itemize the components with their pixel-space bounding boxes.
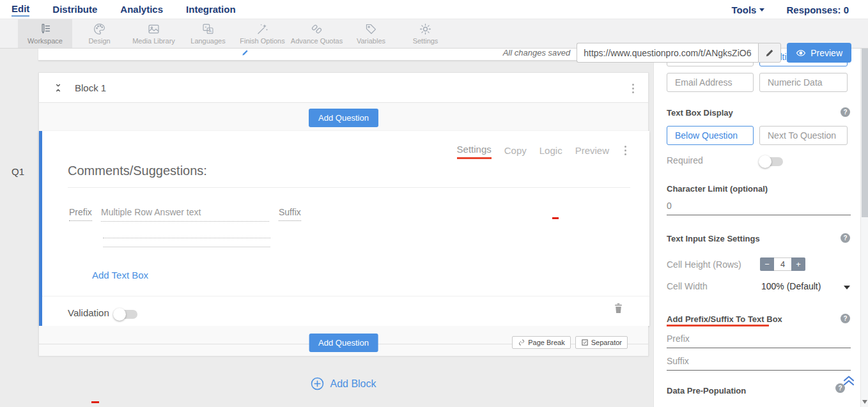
display-below-question[interactable]: Below Question	[667, 126, 754, 145]
title-divider	[68, 187, 630, 188]
cell-height-stepper: − 4 +	[760, 257, 805, 271]
question-number: Q1	[12, 166, 24, 177]
toolbar-item-label: Workspace	[27, 37, 63, 45]
plus-circle-icon	[311, 377, 324, 390]
edit-pencil-icon	[242, 49, 249, 56]
validation-toggle[interactable]	[114, 310, 137, 319]
character-limit-input[interactable]	[667, 199, 851, 215]
add-block-button[interactable]: Add Block	[311, 377, 376, 390]
prefix-input[interactable]	[667, 332, 851, 348]
links-icon	[310, 22, 323, 36]
stepper-plus-button[interactable]: +	[791, 257, 805, 271]
add-question-button-bottom[interactable]: Add Question	[309, 334, 378, 352]
add-question-button-top[interactable]: Add Question	[309, 109, 378, 127]
toolbar-item-label: Finish Options	[240, 37, 284, 45]
type-email-address[interactable]: Email Address	[667, 73, 754, 92]
toolbar-item-languages[interactable]: *A Languages	[181, 19, 235, 48]
collapse-block-icon[interactable]	[53, 82, 63, 93]
toolbar-item-label: Media Library	[132, 37, 175, 45]
add-question-strip: Add Question	[39, 103, 648, 131]
toolbar-item-label: Settings	[413, 37, 438, 45]
gear-icon	[419, 22, 432, 36]
block-menu-icon[interactable]	[632, 84, 634, 93]
eye-icon	[796, 49, 806, 57]
toolbar-item-advance-quotas[interactable]: Advance Quotas	[290, 19, 344, 48]
cell-height-label: Cell Height (Rows)	[667, 259, 741, 270]
toolbar-item-finish-options[interactable]: Finish Options	[235, 19, 290, 48]
page-break-button[interactable]: Page Break	[512, 336, 570, 349]
nav-tab-analytics[interactable]: Analytics	[120, 4, 163, 16]
add-block-row: Add Block	[38, 377, 649, 393]
nav-tab-edit[interactable]: Edit	[12, 3, 29, 17]
page-break-icon	[518, 339, 525, 346]
toolbar-item-variables[interactable]: Variables	[344, 19, 398, 48]
answer-row-line	[103, 247, 270, 247]
data-pre-population-heading: Data Pre-Population	[667, 386, 746, 395]
prefix-editable-label[interactable]: Prefix	[69, 207, 92, 221]
scroll-down-arrow[interactable]	[862, 400, 867, 404]
tab-copy[interactable]: Copy	[504, 145, 527, 158]
display-next-to-question[interactable]: Next To Question	[759, 126, 848, 145]
separator-label: Separator	[591, 339, 622, 346]
top-nav: Edit Distribute Analytics Integration To…	[0, 0, 868, 19]
character-limit-heading: Character Limit (optional)	[667, 184, 768, 194]
page-break-label: Page Break	[528, 339, 564, 346]
scrollbar-thumb[interactable]	[862, 26, 868, 217]
separator-button[interactable]: Separator	[575, 336, 628, 349]
tab-settings[interactable]: Settings	[457, 144, 492, 159]
image-icon	[147, 22, 160, 36]
toggle-knob	[113, 308, 126, 321]
tab-logic[interactable]: Logic	[539, 145, 562, 158]
question-card: Settings Copy Logic Preview Comments/Sug…	[39, 131, 649, 326]
type-numeric-data[interactable]: Numeric Data	[759, 73, 848, 92]
page-scrollbar[interactable]	[860, 0, 868, 407]
help-icon[interactable]	[841, 107, 850, 117]
questionpro-editor: Edit Distribute Analytics Integration To…	[0, 0, 868, 407]
responses-count[interactable]: Responses: 0	[786, 4, 849, 15]
translate-icon: *A	[201, 22, 215, 36]
tools-label: Tools	[732, 4, 757, 15]
nav-tab-integration[interactable]: Integration	[186, 4, 236, 16]
toolbar-item-media-library[interactable]: Media Library	[127, 19, 181, 48]
block-header: Block 1	[39, 73, 648, 103]
svg-text:*: *	[205, 26, 206, 30]
cell-height-value[interactable]: 4	[774, 257, 791, 271]
answer-row-line	[103, 238, 270, 238]
dropdown-caret-icon[interactable]	[844, 286, 850, 289]
survey-url-input[interactable]	[577, 43, 758, 63]
block-footer: Add Question Page Break Separator	[39, 326, 648, 356]
delete-question-icon[interactable]	[613, 302, 624, 314]
toolbar-item-settings[interactable]: Settings	[398, 19, 453, 48]
red-highlight-underline	[667, 325, 769, 326]
question-tabs: Settings Copy Logic Preview	[457, 144, 626, 159]
suffix-editable-label[interactable]: Suffix	[279, 207, 301, 221]
question-title[interactable]: Comments/Suggestions:	[68, 164, 207, 178]
edit-url-button[interactable]	[758, 43, 781, 63]
stepper-minus-button[interactable]: −	[760, 257, 774, 271]
toolbar-item-label: Variables	[357, 37, 385, 45]
required-label: Required	[667, 155, 703, 165]
cell-width-dropdown[interactable]: 100% (Default)	[761, 281, 821, 291]
text-input-size-heading: Text Input Size Settings	[667, 234, 760, 243]
checkbox-check-icon	[581, 339, 589, 346]
text-box-display-heading: Text Box Display	[667, 108, 733, 118]
question-settings-panel: Single Row Text Multiple Rows Text Email…	[653, 49, 860, 407]
required-toggle[interactable]	[760, 157, 783, 166]
red-annotation-mark	[552, 217, 559, 219]
answer-textbox-placeholder[interactable]: Multiple Row Answer text	[101, 207, 269, 222]
help-icon[interactable]	[841, 314, 850, 323]
question-menu-icon[interactable]	[624, 146, 626, 155]
help-icon[interactable]	[835, 383, 845, 393]
preview-button[interactable]: Preview	[787, 43, 851, 63]
toolbar-item-label: Design	[88, 37, 110, 45]
tools-menu[interactable]: Tools	[732, 4, 765, 15]
tab-preview[interactable]: Preview	[575, 145, 609, 158]
help-icon[interactable]	[841, 233, 850, 243]
toolbar-item-workspace[interactable]: Workspace	[18, 19, 72, 48]
toolbar-item-design[interactable]: Design	[72, 19, 127, 48]
add-text-box-link[interactable]: Add Text Box	[92, 270, 148, 280]
nav-tab-distribute[interactable]: Distribute	[52, 4, 97, 16]
suffix-input[interactable]	[667, 355, 851, 371]
workspace-icon	[38, 22, 52, 36]
toolbar-item-label: Languages	[190, 37, 225, 45]
